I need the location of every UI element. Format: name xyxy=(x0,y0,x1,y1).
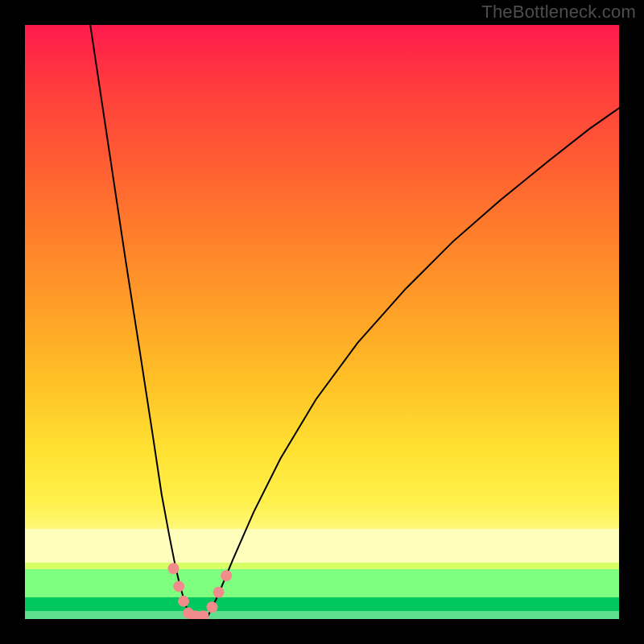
marker-right-dot-2 xyxy=(213,587,225,598)
watermark-text: TheBottleneck.com xyxy=(481,2,636,23)
marker-left-dot-2 xyxy=(173,580,184,592)
series-right-curve xyxy=(208,108,619,616)
marker-left-dot-3 xyxy=(178,596,189,607)
plot-area xyxy=(25,25,619,619)
marker-right-dot-1 xyxy=(206,601,217,613)
marker-left-dot-1 xyxy=(168,563,180,574)
series-left-curve xyxy=(90,25,190,616)
marker-bottom-dot-2 xyxy=(197,610,208,619)
marker-right-dot-3 xyxy=(221,570,232,581)
curves-layer xyxy=(25,25,619,619)
chart-stage: TheBottleneck.com xyxy=(0,0,644,644)
